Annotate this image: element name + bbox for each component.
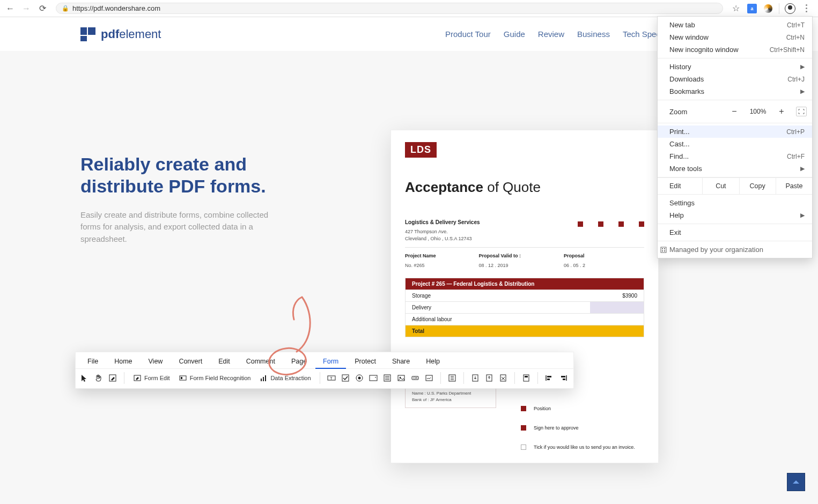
menu-managed[interactable]: Managed by your organization [658,243,812,256]
svg-rect-33 [547,379,550,380]
marketing-copy: Reliably create and distribute PDF forms… [80,153,274,245]
menu-help[interactable]: Help [418,355,447,368]
import-form-icon[interactable] [470,373,480,383]
app-tool-row: Form Edit Form Field Recognition Data Ex… [76,368,573,388]
app-toolbar: File Home View Convert Edit Comment Page… [75,352,574,389]
menu-history[interactable]: History▶ [658,61,812,73]
zoom-in-button[interactable]: + [776,106,787,117]
site-logo[interactable]: pdfelement [80,27,161,41]
template-icon[interactable] [521,373,531,383]
address-bar[interactable]: 🔒 https://pdf.wondershare.com [56,3,723,14]
nav-product-tour[interactable]: Product Tour [445,29,491,39]
page-subtext: Easily create and distribute forms, comb… [80,209,274,246]
menu-copy[interactable]: Copy [740,178,776,194]
menu-convert[interactable]: Convert [171,355,210,368]
menu-home[interactable]: Home [107,355,139,368]
combobox-icon[interactable] [369,373,378,383]
menu-print[interactable]: Print...Ctrl+P [658,125,812,138]
chrome-menu-button[interactable] [801,3,812,14]
doc-table-header: Project # 265 — Federal Logistics & Dist… [406,278,644,290]
fullscreen-icon[interactable] [796,107,807,116]
clear-form-icon[interactable] [498,373,508,383]
menu-edit[interactable]: Edit [211,355,238,368]
svg-rect-41 [664,250,665,251]
menu-view[interactable]: View [141,355,171,368]
svg-rect-5 [263,377,264,381]
form-edit-tool[interactable]: Form Edit [131,373,172,383]
svg-rect-4 [261,379,262,381]
bookmark-star-icon[interactable]: ☆ [731,3,741,14]
menu-bookmarks[interactable]: Bookmarks▶ [658,85,812,98]
align-left-icon[interactable] [544,373,554,383]
menu-paste[interactable]: Paste [776,178,812,194]
menu-new-tab[interactable]: New tabCtrl+T [658,19,812,31]
profile-icon[interactable] [785,3,795,14]
menu-help[interactable]: Help▶ [658,209,812,221]
button-field-icon[interactable]: OK [410,373,420,383]
doc-meta-proposal: Proposal06 . 05 . 2 [564,253,585,268]
menu-cast[interactable]: Cast... [658,138,812,150]
hand-icon[interactable] [94,373,104,383]
svg-rect-29 [524,375,529,381]
svg-rect-3 [181,377,182,379]
table-input-cell[interactable] [590,302,644,313]
extension-swirl-icon[interactable] [763,3,773,14]
menu-form[interactable]: Form [315,355,346,368]
menu-comment[interactable]: Comment [239,355,283,368]
menu-settings[interactable]: Settings [658,197,812,209]
checkbox-icon[interactable] [521,444,526,450]
chevron-right-icon: ▶ [800,212,805,219]
cursor-icon[interactable] [80,373,90,383]
text-field-icon[interactable]: T [327,373,336,383]
radio-icon[interactable] [355,373,364,383]
doc-position-row: Position [521,406,644,411]
logo-text: pdfelement [101,27,161,41]
svg-rect-6 [265,375,266,381]
menu-more-tools[interactable]: More tools▶ [658,162,812,175]
nav-guide[interactable]: Guide [504,29,525,39]
svg-rect-21 [426,375,432,381]
reload-button[interactable]: ⟳ [36,3,48,14]
svg-rect-9 [342,375,349,381]
nav-business[interactable]: Business [577,29,610,39]
nav-review[interactable]: Review [538,29,564,39]
url-text: https://pdf.wondershare.com [72,4,160,12]
zoom-out-button[interactable]: − [728,106,740,117]
menu-exit[interactable]: Exit [658,226,812,239]
data-extraction-tool[interactable]: Data Extraction [257,373,313,383]
align-right-icon[interactable] [558,373,568,383]
forward-button[interactable]: → [20,3,32,14]
form-properties-icon[interactable] [447,373,457,383]
menu-incognito[interactable]: New incognito windowCtrl+Shift+N [658,43,812,56]
chevron-right-icon: ▶ [800,165,805,172]
doc-meta-row: Project NameNo. #265 Proposal Valid to :… [405,253,644,268]
svg-text:T: T [330,376,333,381]
edit-icon[interactable] [108,373,117,383]
menu-share[interactable]: Share [385,355,417,368]
menu-find[interactable]: Find...Ctrl+F [658,150,812,162]
app-menu-row: File Home View Convert Edit Comment Page… [76,352,573,368]
export-form-icon[interactable] [484,373,494,383]
doc-meta-project: Project NameNo. #265 [405,253,436,268]
doc-divider [405,247,644,248]
image-field-icon[interactable] [396,373,406,383]
back-button[interactable]: ← [4,3,16,14]
svg-rect-36 [563,379,565,380]
menu-zoom-row: Zoom − 100% + [658,102,812,121]
form-field-recognition-tool[interactable]: Form Field Recognition [176,373,253,383]
menu-new-window[interactable]: New windowCtrl+N [658,31,812,43]
menu-protect[interactable]: Protect [347,355,384,368]
listbox-icon[interactable] [382,373,392,383]
menu-file[interactable]: File [80,355,106,368]
extension-icon[interactable]: a [747,3,757,14]
signature-field-icon[interactable] [424,373,434,383]
logo-mark-icon [80,27,95,41]
doc-title: Acceptance of Quote [405,179,644,196]
menu-page[interactable]: Page [284,355,314,368]
page-heading: Reliably create and distribute PDF forms… [80,153,274,197]
svg-rect-2 [180,376,186,380]
menu-cut[interactable]: Cut [703,178,739,194]
back-to-top-button[interactable] [787,473,805,491]
checkbox-icon[interactable] [341,373,350,383]
menu-downloads[interactable]: DownloadsCtrl+J [658,73,812,85]
